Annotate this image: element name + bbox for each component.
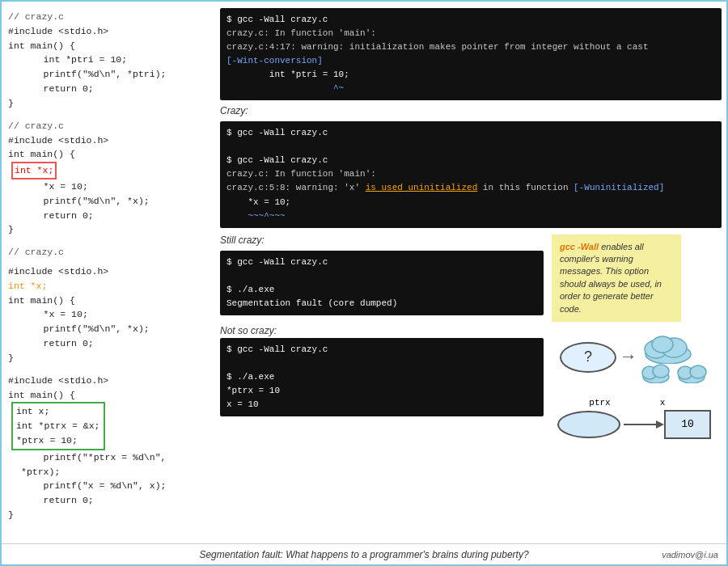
left-panel: // crazy.c #include <stdio.h> int main()… bbox=[2, 2, 212, 551]
code-line: int main() { bbox=[8, 294, 205, 308]
term-line: $ gcc -Wall crazy.c bbox=[226, 13, 715, 27]
not-so-crazy-label: Not so crazy: bbox=[220, 325, 544, 336]
code-line: #include <stdio.h> bbox=[8, 264, 205, 279]
question-mark: ? bbox=[584, 348, 592, 365]
term-line: int *ptri = 10; bbox=[226, 68, 715, 82]
x-value: 10 bbox=[681, 418, 694, 430]
code-line: #include <stdio.h> bbox=[8, 24, 205, 39]
sticky-highlight: gcc -Wall bbox=[560, 242, 599, 251]
svg-point-6 bbox=[653, 365, 669, 378]
term-line: x = 10 bbox=[226, 398, 537, 412]
code-line: } bbox=[8, 508, 205, 522]
terminal-2: $ gcc -Wall crazy.c $ gcc -Wall crazy.c … bbox=[220, 121, 722, 227]
term-line: [-Wint-conversion] bbox=[226, 54, 715, 68]
term-line: crazy.c:5:8: warning: 'x' is used uninit… bbox=[226, 181, 715, 195]
term-line: $ gcc -Wall crazy.c bbox=[226, 126, 715, 140]
code-line: *x = 10; bbox=[8, 180, 205, 194]
still-crazy-label: Still crazy: bbox=[220, 234, 544, 246]
svg-point-10 bbox=[558, 412, 620, 437]
code-line: int *x; bbox=[8, 279, 205, 294]
main-container: // crazy.c #include <stdio.h> int main()… bbox=[2, 2, 728, 551]
term-line: crazy.c:4:17: warning: initialization ma… bbox=[226, 40, 715, 54]
term-line: ^~ bbox=[226, 82, 715, 95]
bottom-email: vadimov@i.ua bbox=[662, 550, 718, 560]
code-line: printf("*ptrx = %d\n", *ptrx); bbox=[8, 450, 205, 479]
terminal-1: $ gcc -Wall crazy.c crazy.c: In function… bbox=[220, 8, 722, 100]
arrow-to-cloud: → bbox=[623, 347, 633, 367]
code-line: int main() { bbox=[8, 39, 205, 53]
code-line: printf("%d\n", *ptri); bbox=[8, 67, 205, 82]
term-line: ~~~^~~~ bbox=[226, 209, 715, 223]
code-block-1: // crazy.c #include <stdio.h> int main()… bbox=[8, 10, 205, 111]
x-label-top: x bbox=[638, 398, 687, 408]
code-line: #include <stdio.h> bbox=[8, 133, 205, 148]
code-line: } bbox=[8, 96, 205, 111]
term-line: *ptrx = 10 bbox=[226, 384, 537, 398]
code-block-4: #include <stdio.h> int main() { int x; i… bbox=[8, 374, 205, 522]
cloud-small-1 bbox=[640, 361, 672, 383]
code-line: return 0; bbox=[8, 336, 205, 351]
code-line: int main() { bbox=[8, 147, 205, 162]
code-line: int *x; bbox=[8, 162, 205, 180]
code-line: int *ptrx = &x; bbox=[16, 419, 100, 433]
sticky-note: gcc -Wall enables all compiler's warning… bbox=[552, 234, 681, 322]
cloud-small-2 bbox=[675, 361, 708, 383]
term-line bbox=[226, 357, 537, 370]
code-line: } bbox=[8, 222, 205, 237]
code-block-3: // crazy.c #include <stdio.h> int *x; in… bbox=[8, 245, 205, 365]
bottom-bar: Segmentation fault: What happens to a pr… bbox=[2, 543, 726, 564]
code-line: printf("%d\n", *x); bbox=[8, 322, 205, 336]
code-line: return 0; bbox=[8, 82, 205, 96]
code-line: } bbox=[8, 351, 205, 365]
term-line bbox=[226, 269, 537, 283]
terminal-3: $ gcc -Wall crazy.c $ ./a.exe Segmentati… bbox=[220, 251, 544, 315]
code-line: return 0; bbox=[8, 493, 205, 508]
ptrx-oval bbox=[555, 409, 624, 440]
code-line: return 0; bbox=[8, 209, 205, 223]
pointer-arrow bbox=[624, 416, 664, 433]
code-line: int *ptri = 10; bbox=[8, 53, 205, 67]
code-line: *ptrx = 10; bbox=[16, 433, 100, 448]
code-line: // crazy.c bbox=[8, 245, 205, 260]
code-line: printf("x = %d\n", x); bbox=[8, 479, 205, 493]
term-line: Segmentation fault (core dumped) bbox=[226, 297, 537, 310]
term-line: $ gcc -Wall crazy.c bbox=[226, 256, 537, 269]
term-line: crazy.c: In function 'main': bbox=[226, 167, 715, 181]
code-line: // crazy.c bbox=[8, 10, 205, 24]
x-value-box: 10 bbox=[664, 410, 711, 439]
sticky-text: enables all compiler's warning messages.… bbox=[560, 242, 662, 314]
code-line: printf("%d\n", *x); bbox=[8, 194, 205, 209]
svg-point-3 bbox=[652, 336, 673, 353]
code-highlighted-block: int x; int *ptrx = &x; *ptrx = 10; bbox=[11, 402, 105, 450]
bottom-text: Segmentation fault: What happens to a pr… bbox=[199, 549, 528, 560]
code-line: // crazy.c bbox=[8, 119, 205, 133]
code-block-2: // crazy.c #include <stdio.h> int main()… bbox=[8, 119, 205, 238]
code-line: int x; bbox=[16, 404, 100, 419]
highlighted-code: int *x; bbox=[11, 162, 57, 180]
svg-point-9 bbox=[690, 365, 706, 378]
term-line: *x = 10; bbox=[226, 196, 715, 209]
terminal-4: $ gcc -Wall crazy.c $ ./a.exe *ptrx = 10… bbox=[220, 338, 544, 416]
code-line: #include <stdio.h> bbox=[8, 374, 205, 388]
term-line: $ ./a.exe bbox=[226, 283, 537, 297]
crazy-label: Crazy: bbox=[220, 105, 722, 116]
cloud-big bbox=[640, 332, 696, 364]
svg-marker-12 bbox=[656, 420, 664, 429]
term-line: crazy.c: In function 'main': bbox=[226, 27, 715, 40]
question-oval: ? bbox=[560, 342, 616, 373]
code-line: int main() { bbox=[8, 388, 205, 403]
term-line: $ ./a.exe bbox=[226, 370, 537, 384]
term-line bbox=[226, 140, 715, 154]
term-line: $ gcc -Wall crazy.c bbox=[226, 343, 537, 357]
right-panel: $ gcc -Wall crazy.c crazy.c: In function… bbox=[212, 2, 728, 551]
ptrx-label-top: ptrx bbox=[561, 398, 638, 408]
term-line: $ gcc -Wall crazy.c bbox=[226, 154, 715, 167]
code-line: *x = 10; bbox=[8, 307, 205, 322]
clouds-group bbox=[640, 332, 708, 383]
